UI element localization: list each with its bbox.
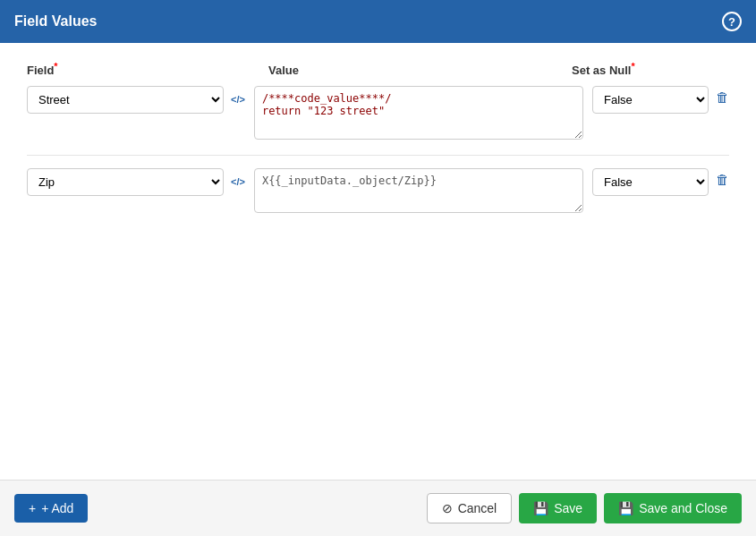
add-button[interactable]: + + Add [14,494,88,523]
save-close-icon: 💾 [618,501,633,515]
column-headers: Field* Value Set as Null* [27,61,729,81]
plus-icon: + [29,501,36,515]
value-textarea-2[interactable]: X{{_inputData._object/Zip}} [254,168,583,213]
field-select-1[interactable]: Street Zip City State [27,86,224,114]
main-content: Field* Value Set as Null* Street Zip Cit… [0,43,756,480]
value-wrap-2: X{{_inputData._object/Zip}} [254,168,583,216]
add-button-label: + Add [41,501,73,515]
field-column-header: Field* [27,61,224,77]
help-button[interactable]: ? [722,12,742,31]
save-button[interactable]: 💾 Save [519,493,597,523]
code-toggle-1[interactable]: </> [231,90,245,108]
save-label: Save [554,501,582,515]
null-select-1[interactable]: False True [592,86,709,114]
delete-button-2[interactable] [716,168,729,188]
dialog-header: Field Values ? [0,0,756,43]
table-row: Street Zip City State </> /****code_valu… [27,86,729,156]
footer: + + Add ⊘ Cancel 💾 Save 💾 Save and Close [0,480,756,536]
value-wrap-1: /****code_value****/ return "123 street" [254,86,583,142]
cancel-button[interactable]: ⊘ Cancel [427,493,513,523]
delete-button-1[interactable] [716,86,729,106]
trash-icon-2 [716,172,729,187]
code-toggle-2[interactable]: </> [231,173,245,191]
field-select-wrap-1: Street Zip City State [27,86,224,114]
footer-actions: ⊘ Cancel 💾 Save 💾 Save and Close [427,493,742,523]
table-row: Street Zip City State </> X{{_inputData.… [27,168,729,228]
trash-icon-1 [716,89,729,105]
field-select-2[interactable]: Street Zip City State [27,168,224,196]
save-close-button[interactable]: 💾 Save and Close [604,493,742,523]
field-select-wrap-2: Street Zip City State [27,168,224,196]
save-icon: 💾 [533,501,548,515]
value-textarea-1[interactable]: /****code_value****/ return "123 street" [254,86,583,140]
cancel-icon: ⊘ [442,501,453,515]
dialog-title: Field Values [14,13,97,30]
cancel-label: Cancel [458,501,497,515]
null-select-2[interactable]: False True [592,168,709,196]
null-select-wrap-2: False True [592,168,709,196]
value-column-header: Value [268,64,531,77]
null-column-header: Set as Null* [572,61,697,77]
save-close-label: Save and Close [639,501,727,515]
null-select-wrap-1: False True [592,86,709,114]
